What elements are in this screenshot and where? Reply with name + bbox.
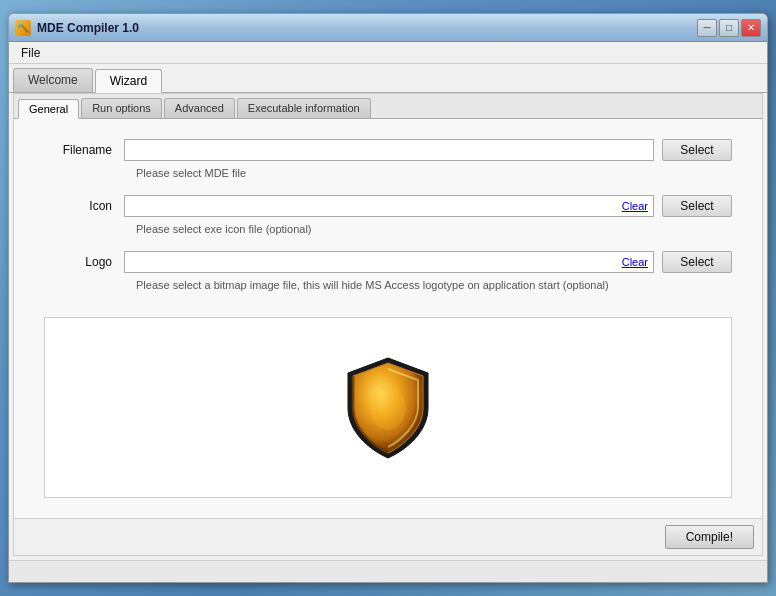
icon-label: Icon bbox=[44, 199, 124, 213]
window-title: MDE Compiler 1.0 bbox=[37, 21, 697, 35]
filename-select-button[interactable]: Select bbox=[662, 139, 732, 161]
logo-select-button[interactable]: Select bbox=[662, 251, 732, 273]
menu-bar: File bbox=[9, 42, 767, 64]
icon-select-button[interactable]: Select bbox=[662, 195, 732, 217]
close-button[interactable]: ✕ bbox=[741, 19, 761, 37]
window-controls: ─ □ ✕ bbox=[697, 19, 761, 37]
svg-point-0 bbox=[370, 386, 406, 430]
filename-hint: Please select MDE file bbox=[136, 167, 732, 179]
logo-row: Logo Clear Select bbox=[44, 251, 732, 273]
logo-preview bbox=[44, 317, 732, 498]
tab-run-options[interactable]: Run options bbox=[81, 98, 162, 118]
tab-welcome[interactable]: Welcome bbox=[13, 68, 93, 92]
title-bar: 🔨 MDE Compiler 1.0 ─ □ ✕ bbox=[9, 14, 767, 42]
tab-advanced[interactable]: Advanced bbox=[164, 98, 235, 118]
shield-icon bbox=[333, 353, 443, 463]
app-icon: 🔨 bbox=[15, 20, 31, 36]
main-window: 🔨 MDE Compiler 1.0 ─ □ ✕ File Welcome Wi… bbox=[8, 13, 768, 583]
logo-hint: Please select a bitmap image file, this … bbox=[136, 279, 732, 291]
form-content: Filename Select Please select MDE file I… bbox=[14, 119, 762, 518]
tab-general[interactable]: General bbox=[18, 99, 79, 119]
content-area: General Run options Advanced Executable … bbox=[13, 93, 763, 556]
inner-tab-bar: General Run options Advanced Executable … bbox=[14, 94, 762, 119]
icon-input-wrapper: Clear bbox=[124, 195, 654, 217]
maximize-button[interactable]: □ bbox=[719, 19, 739, 37]
logo-input-wrapper: Clear bbox=[124, 251, 654, 273]
tab-wizard[interactable]: Wizard bbox=[95, 69, 162, 93]
status-bar bbox=[9, 560, 767, 582]
tab-executable-info[interactable]: Executable information bbox=[237, 98, 371, 118]
icon-row: Icon Clear Select bbox=[44, 195, 732, 217]
outer-tab-bar: Welcome Wizard bbox=[9, 64, 767, 93]
icon-hint: Please select exe icon file (optional) bbox=[136, 223, 732, 235]
logo-input[interactable] bbox=[124, 251, 654, 273]
compile-button[interactable]: Compile! bbox=[665, 525, 754, 549]
filename-input[interactable] bbox=[124, 139, 654, 161]
minimize-button[interactable]: ─ bbox=[697, 19, 717, 37]
icon-clear-link[interactable]: Clear bbox=[622, 200, 648, 212]
bottom-bar: Compile! bbox=[14, 518, 762, 555]
logo-label: Logo bbox=[44, 255, 124, 269]
icon-input[interactable] bbox=[124, 195, 654, 217]
filename-row: Filename Select bbox=[44, 139, 732, 161]
menu-file[interactable]: File bbox=[13, 44, 48, 62]
logo-clear-link[interactable]: Clear bbox=[622, 256, 648, 268]
filename-label: Filename bbox=[44, 143, 124, 157]
